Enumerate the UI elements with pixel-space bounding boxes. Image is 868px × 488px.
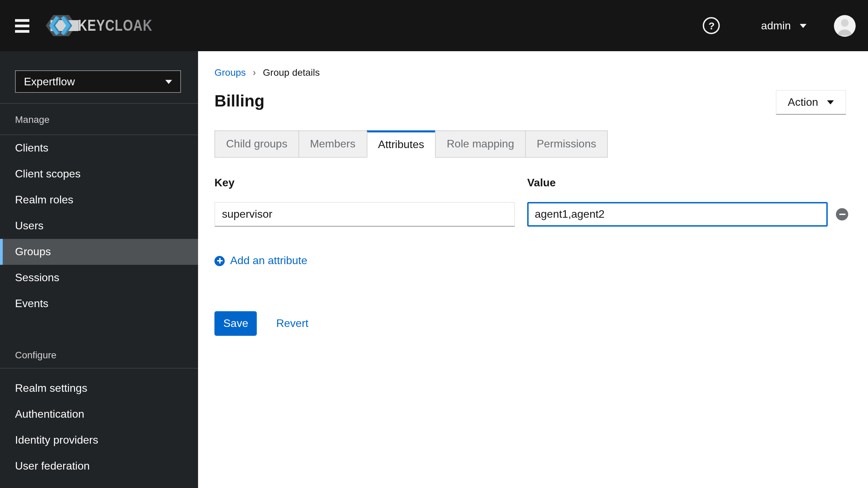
- sidebar-item-user-federation[interactable]: User federation: [0, 453, 198, 479]
- breadcrumb: Groups › Group details: [214, 66, 320, 78]
- sidebar-item-users[interactable]: Users: [0, 213, 198, 239]
- attributes-value-header: Value: [527, 177, 556, 189]
- nav-section-configure: Configure: [0, 341, 198, 369]
- user-name: admin: [761, 19, 791, 32]
- tab-permissions[interactable]: Permissions: [525, 130, 608, 158]
- add-attribute-button[interactable]: Add an attribute: [214, 255, 307, 267]
- sidebar-item-sessions[interactable]: Sessions: [0, 265, 198, 291]
- tabs: Child groups Members Attributes Role map…: [214, 130, 608, 158]
- sidebar-item-groups[interactable]: Groups: [0, 239, 198, 265]
- masthead: KEYCLOAK ? admin: [0, 0, 868, 51]
- realm-name: Expertflow: [24, 75, 75, 88]
- sidebar-item-authentication[interactable]: Authentication: [0, 401, 198, 427]
- action-dropdown-label: Action: [788, 96, 818, 109]
- minus-circle-icon: [839, 214, 845, 215]
- hamburger-icon: [15, 19, 29, 21]
- realm-selector[interactable]: Expertflow: [15, 70, 181, 93]
- keycloak-admin-console: KEYCLOAK ? admin Expertflow Manage: [0, 0, 868, 488]
- breadcrumb-current: Group details: [263, 67, 320, 77]
- avatar[interactable]: [834, 15, 856, 37]
- keycloak-logo[interactable]: KEYCLOAK: [46, 15, 169, 36]
- sidebar-item-realm-settings[interactable]: Realm settings: [0, 375, 198, 401]
- main-content: Groups › Group details Billing Action Ch…: [198, 51, 868, 488]
- sidebar-item-clients[interactable]: Clients: [0, 135, 198, 161]
- attribute-key-input[interactable]: [214, 202, 515, 227]
- sidebar-item-events[interactable]: Events: [0, 291, 198, 317]
- tab-members[interactable]: Members: [298, 130, 367, 158]
- sidebar-item-client-scopes[interactable]: Client scopes: [0, 161, 198, 187]
- tab-attributes[interactable]: Attributes: [366, 130, 436, 158]
- chevron-down-icon: [827, 100, 834, 104]
- plus-circle-icon: [214, 256, 225, 266]
- tab-role-mapping[interactable]: Role mapping: [435, 130, 526, 158]
- save-button[interactable]: Save: [214, 311, 257, 336]
- add-attribute-label: Add an attribute: [230, 255, 307, 267]
- page-title: Billing: [214, 91, 265, 111]
- sidebar-item-identity-providers[interactable]: Identity providers: [0, 427, 198, 453]
- nav-toggle-button[interactable]: [15, 19, 29, 32]
- sidebar-item-realm-roles[interactable]: Realm roles: [0, 187, 198, 213]
- tab-child-groups[interactable]: Child groups: [214, 130, 299, 158]
- breadcrumb-link-groups[interactable]: Groups: [214, 67, 246, 77]
- attribute-value-input[interactable]: [527, 202, 828, 227]
- help-icon[interactable]: ?: [703, 17, 720, 34]
- sidebar-nav: Manage Clients Client scopes Realm roles…: [0, 103, 198, 479]
- avatar-person-icon: [834, 15, 856, 37]
- keycloak-hexagon-icon: [46, 15, 79, 36]
- form-actions: Save Revert: [214, 311, 308, 336]
- action-dropdown-button[interactable]: Action: [775, 90, 846, 115]
- breadcrumb-separator-icon: ›: [253, 66, 256, 78]
- remove-attribute-button[interactable]: [836, 208, 848, 220]
- masthead-right: ? admin: [703, 15, 868, 37]
- sidebar: Expertflow Manage Clients Client scopes …: [0, 51, 198, 488]
- nav-section-manage: Manage: [0, 103, 198, 135]
- revert-button[interactable]: Revert: [276, 317, 308, 330]
- nav-items-manage: Clients Client scopes Realm roles Users …: [0, 135, 198, 317]
- attributes-key-header: Key: [214, 177, 235, 189]
- keycloak-wordmark: KEYCLOAK: [78, 16, 152, 35]
- user-menu-button[interactable]: admin: [761, 19, 807, 32]
- chevron-down-icon: [165, 80, 172, 84]
- chevron-down-icon: [800, 24, 807, 28]
- nav-items-configure: Realm settings Authentication Identity p…: [0, 369, 198, 479]
